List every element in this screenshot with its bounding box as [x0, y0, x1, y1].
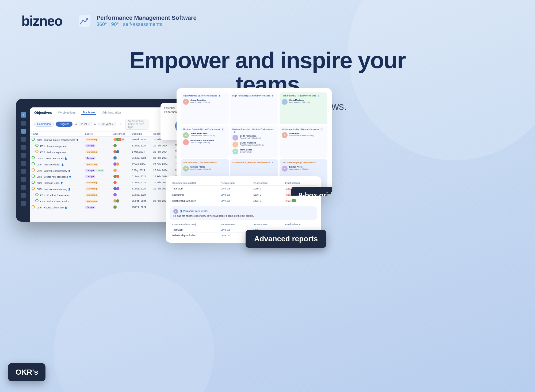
okr-row-label: Design: [83, 204, 112, 210]
okr-row-name[interactable]: OKR - Increase leads👤: [30, 180, 83, 186]
competency2-relationship: Relationship with clien: [170, 233, 219, 238]
req-level-teamwork[interactable]: Level 3/5: [221, 187, 231, 190]
year-selector[interactable]: 2024 ▾: [79, 122, 92, 126]
label-tag-2[interactable]: UXUI: [96, 169, 104, 172]
person-role: Biotechnology: [240, 151, 252, 153]
ninebox-cell-header: Medium potential | High performance1: [282, 128, 325, 131]
okr-row-assignees: +6: [112, 137, 130, 143]
table-row: KR1 - team managementDesign31 Mar, 20242…: [30, 143, 201, 149]
person-role: Administrative (Madrid South): [289, 135, 314, 137]
label-tag[interactable]: Marketing: [85, 138, 98, 141]
okr-row-assignees: [112, 192, 130, 198]
okr-row-name[interactable]: KR2 - Make 3 benchmarks: [30, 198, 83, 204]
avatar: [116, 162, 120, 166]
avatar: A: [282, 132, 288, 138]
search-input[interactable]: 🔍 Search by name or filter type...: [125, 119, 148, 130]
col-deadline: Deadline: [130, 131, 152, 137]
ninebox-cell: High Potential | Medium Performance0: [230, 92, 278, 124]
completion-btn[interactable]: Completion: [34, 122, 54, 127]
okr-row-name[interactable]: OKR - Improve user learning👤: [30, 186, 83, 192]
competency-teamwork: Teamwork: [170, 186, 219, 192]
rpt-col-assessment: Assessment: [251, 181, 283, 186]
label-tag[interactable]: Design: [85, 144, 95, 147]
ninebox-cell: High Potential | High Performance1CCarla…: [280, 92, 327, 124]
okr-row-label: Design: [83, 143, 112, 149]
okr-row-updated: 20 Feb, 2024: [152, 143, 173, 149]
assess-relationship: Level 5: [251, 198, 283, 204]
person-name: Sofía Fernández: [240, 135, 261, 137]
okr-row-deadline: 31 Mar, 2024: [130, 155, 152, 161]
period-value: Full year: [101, 123, 111, 126]
logo-icon: [78, 14, 91, 28]
tab-my-team[interactable]: My team: [81, 110, 96, 115]
quote-avatar: P: [173, 209, 178, 214]
sidebar-icon-objectives: [21, 129, 26, 134]
ninebox-cell: Medium Potential | Low Performance2AAlmu…: [181, 126, 229, 158]
label-tag[interactable]: Marketing: [85, 163, 98, 166]
okr-row-deadline: 31 Mar, 2024: [130, 192, 152, 198]
potential-label: Potential:: [164, 107, 175, 110]
rpt-col-requirement: Requirement: [219, 181, 251, 186]
okr-row-name[interactable]: KR1 - Conduct 5 interviews: [30, 192, 83, 198]
label-tag[interactable]: Design: [85, 157, 95, 160]
okr-row-label: Marketing: [83, 149, 112, 155]
progress-btn[interactable]: Progress: [56, 122, 72, 127]
okr-row-name[interactable]: OKR - Reduce churn rate👤: [30, 204, 83, 210]
okr-nav-title: Objectives: [34, 111, 52, 115]
label-tag[interactable]: Marketing: [85, 193, 98, 196]
rpt2-col-competency: Competencies (33%): [170, 222, 219, 227]
label-tag[interactable]: Design: [85, 175, 95, 178]
okr-row-deadline: 31 Mar, 2024: [130, 143, 152, 149]
label-tag[interactable]: Design: [85, 169, 95, 172]
avatar: [116, 174, 120, 178]
okr-row-name[interactable]: OKR - improve project management👤: [30, 137, 83, 143]
person-role: Administrative (Madrid South): [190, 135, 215, 137]
person-role: Area Manager (Madrid North): [240, 144, 264, 146]
avatar: [113, 181, 117, 184]
okr-row-name[interactable]: OKR - Create new processes👤: [30, 173, 83, 180]
ninebox-cell-header: High Potential | Low Performance1: [183, 95, 227, 97]
okr-status-icon: [35, 150, 39, 153]
ninebox-cell-header: High Potential | Medium Performance0: [232, 95, 276, 97]
person-icon: 👤: [69, 176, 71, 178]
okr-status-icon: [32, 187, 35, 190]
list-item: AAnna GonzálezArea Manager (Galicia): [183, 99, 227, 105]
okr-row-name[interactable]: OKR - Launch 1 functionality👤: [30, 167, 83, 173]
tab-administration[interactable]: Administration: [101, 110, 123, 115]
okr-row-label: Design: [83, 173, 112, 180]
avatar: C: [282, 99, 288, 105]
okr-row-assignees: [112, 143, 130, 149]
okr-row-assignees: [112, 161, 130, 167]
person-name: Alba Ruíz: [289, 132, 314, 135]
okr-row-name[interactable]: KR2 - task management: [30, 149, 83, 155]
competency-relationship: Relationship with clien: [170, 198, 219, 204]
table-row: OKR - Launch 1 functionality👤DesignUXUI5…: [30, 167, 201, 173]
req-level-relationship[interactable]: Level 3/5: [221, 200, 231, 202]
okr-status-icon: [35, 199, 39, 202]
tab-my-objectives[interactable]: My objectives: [56, 110, 77, 115]
list-item: IInmaculada MendizábalArea Manager (Gali…: [183, 139, 227, 145]
avatar: M: [183, 166, 189, 172]
okr-status-icon: [32, 156, 35, 159]
label-tag[interactable]: Design: [85, 206, 95, 209]
rpt-col-competency: Competencies (33%): [170, 181, 219, 186]
rpt-col-balance: Final balance: [283, 181, 317, 186]
ninebox-cell-header: High Potential | High Performance1: [282, 95, 325, 97]
req2-level-teamwork[interactable]: Level 3/5: [221, 228, 231, 231]
label-tag[interactable]: Marketing: [85, 200, 98, 203]
req-level-leadership[interactable]: Level 2/5: [221, 193, 231, 196]
label-tag[interactable]: Marketing: [85, 187, 98, 190]
period-selector[interactable]: Full year ▾: [98, 122, 116, 126]
reports-panel: Competencies (33%) Requirement Assessmen…: [166, 176, 321, 243]
okr-row-name[interactable]: OKR - Create new issues👤: [30, 155, 83, 161]
sidebar-icon-star: [21, 169, 26, 174]
balance-bar-green: [292, 199, 296, 202]
okr-row-name[interactable]: OKR - Improve design👤: [30, 161, 83, 167]
okr-row-deadline: 25 Feb, 2024: [130, 198, 152, 204]
okr-row-name[interactable]: KR1 - team management: [30, 143, 83, 149]
req2-level-relationship[interactable]: Level 3/5: [221, 234, 231, 237]
sidebar-icon-settings: [21, 153, 26, 158]
label-tag[interactable]: Marketing: [85, 150, 98, 153]
label-tag[interactable]: Marketing: [85, 181, 98, 184]
ninebox-cell-header: Low potential | High performance1: [282, 161, 325, 164]
